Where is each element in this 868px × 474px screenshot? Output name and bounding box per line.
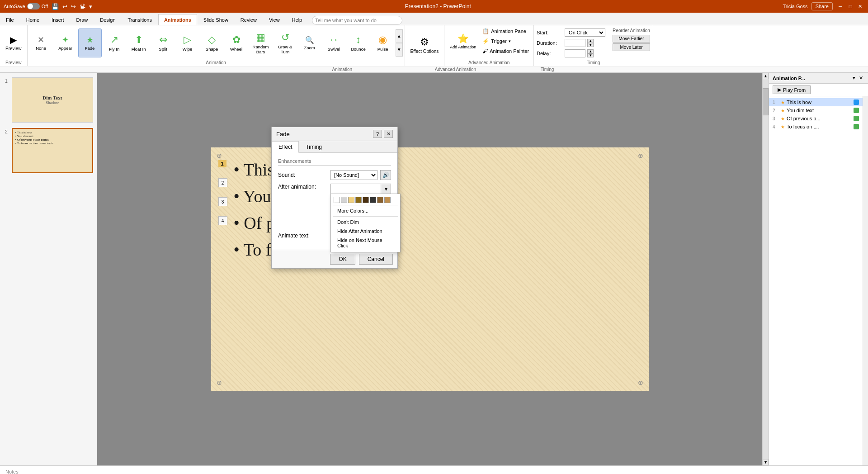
color-brown[interactable] — [355, 197, 362, 203]
play-from-button[interactable]: ▶ Play From — [773, 85, 811, 94]
dialog-tab-timing[interactable]: Timing — [299, 141, 329, 153]
scroll-down-button[interactable]: ▼ — [763, 459, 769, 465]
duration-input[interactable]: 00.50 — [565, 39, 585, 47]
cancel-button[interactable]: Cancel — [359, 254, 393, 265]
after-animation-select[interactable]: ▾ — [330, 184, 391, 194]
close-button[interactable]: ✕ — [856, 2, 864, 10]
ok-button[interactable]: OK — [330, 254, 355, 265]
save-icon[interactable]: 💾 — [51, 2, 60, 11]
anim-item-1[interactable]: 1 ★ This is how — [769, 98, 863, 106]
anim-appear-button[interactable]: ✦ Appear — [54, 28, 77, 57]
delay-down-button[interactable]: ▼ — [587, 53, 594, 57]
slide-2-preview[interactable]: • This is how • You dim text • Of previo… — [12, 128, 93, 173]
start-select[interactable]: On Click — [565, 28, 605, 37]
dont-dim-item[interactable]: Don't Dim — [333, 218, 398, 227]
anim-growturn-button[interactable]: ↺ Grow & Turn — [274, 28, 297, 57]
present-icon[interactable]: 📽 — [79, 2, 86, 11]
tab-animations[interactable]: Animations — [158, 14, 197, 25]
dialog-close-button[interactable]: ✕ — [384, 130, 393, 138]
anim-item-1-star: ★ — [781, 100, 785, 105]
trigger-button[interactable]: ⚡ Trigger ▾ — [481, 37, 531, 46]
add-animation-button[interactable]: ⭐ Add Animation — [447, 30, 479, 52]
color-goldbrown[interactable] — [384, 197, 391, 203]
tab-design[interactable]: Design — [94, 14, 121, 25]
anim-item-3[interactable]: 3 ★ Of previous b... — [769, 114, 863, 123]
anim-bounce-button[interactable]: ↕ Bounce — [347, 28, 370, 57]
scroll-up-button[interactable]: ▲ — [763, 73, 769, 79]
share-button[interactable]: Share — [811, 2, 833, 10]
anim-swivel-button[interactable]: ↔ Swivel — [322, 28, 346, 57]
sound-select[interactable]: [No Sound] — [330, 170, 377, 180]
anim-split-button[interactable]: ⇔ Split — [151, 28, 175, 57]
anim-wipe-button[interactable]: ▷ Wipe — [176, 28, 199, 57]
tab-transitions[interactable]: Transitions — [122, 14, 158, 25]
undo-icon[interactable]: ↩ — [61, 2, 68, 11]
floatin-icon: ⬆ — [135, 34, 143, 46]
tab-review[interactable]: Review — [235, 14, 263, 25]
color-darkgray[interactable] — [370, 197, 376, 203]
animation-pane-button[interactable]: 📋 Animation Pane — [481, 27, 531, 36]
anim-scroll-up[interactable]: ▲ — [396, 29, 403, 43]
dialog-tab-effect[interactable]: Effect — [272, 141, 299, 153]
hide-after-animation-item[interactable]: Hide After Animation — [333, 227, 398, 236]
anim-pane-expand[interactable]: ▾ — [851, 75, 857, 81]
shape-label: Shape — [206, 47, 218, 52]
anim-pulse-button[interactable]: ◉ Pulse — [371, 28, 395, 57]
anim-wheel-button[interactable]: ✿ Wheel — [225, 28, 248, 57]
canvas-scrollbar: ▲ ▼ — [762, 73, 769, 465]
anim-scroll-down[interactable]: ▼ — [396, 43, 403, 57]
minimize-button[interactable]: ─ — [836, 2, 844, 10]
title-bar: AutoSave Off 💾 ↩ ↪ 📽 ▾ Presentation2 - P… — [0, 0, 868, 13]
delay-input[interactable]: 00.00 — [565, 49, 585, 57]
redo-icon[interactable]: ↪ — [70, 2, 77, 11]
slide-thumb-1[interactable]: 1 Dim Text Shadow — [3, 76, 94, 123]
anim-flyin-button[interactable]: ↗ Fly In — [103, 28, 126, 57]
color-darkbrown[interactable] — [363, 197, 369, 203]
anim-none-button[interactable]: ✕ None — [29, 28, 53, 57]
anim-shape-button[interactable]: ◇ Shape — [200, 28, 224, 57]
dialog-help-button[interactable]: ? — [373, 130, 382, 138]
notes-label: Notes — [5, 469, 19, 474]
sound-row: Sound: [No Sound] 🔊 — [278, 170, 391, 180]
tab-insert[interactable]: Insert — [46, 14, 70, 25]
anim-item-2[interactable]: 2 ★ You dim text — [769, 106, 863, 114]
slide-thumb-2[interactable]: 2 • This is how • You dim text • Of prev… — [3, 127, 94, 174]
anim-pane-close[interactable]: ✕ — [858, 75, 864, 81]
after-animation-dropdown[interactable]: ▾ — [381, 184, 391, 194]
tab-draw[interactable]: Draw — [71, 14, 94, 25]
notes-bar: Notes — [0, 465, 868, 474]
tab-file[interactable]: File — [0, 14, 20, 25]
tab-view[interactable]: View — [263, 14, 286, 25]
delay-up-button[interactable]: ▲ — [587, 49, 594, 53]
appear-icon: ✦ — [62, 35, 69, 45]
duration-up-button[interactable]: ▲ — [587, 39, 594, 43]
color-medBrown[interactable] — [377, 197, 383, 203]
tab-home[interactable]: Home — [20, 14, 45, 25]
move-later-button[interactable]: Move Later — [613, 43, 650, 51]
pulse-label: Pulse — [377, 47, 388, 52]
duration-down-button[interactable]: ▼ — [587, 43, 594, 47]
anim-randombars-button[interactable]: ▦ Random Bars — [249, 28, 273, 57]
maximize-button[interactable]: □ — [846, 2, 854, 10]
anim-item-4[interactable]: 4 ★ To focus on t... — [769, 123, 863, 131]
more-icon[interactable]: ▾ — [88, 2, 93, 11]
autosave-toggle[interactable] — [27, 3, 40, 9]
animation-painter-button[interactable]: 🖌 Animation Painter — [481, 47, 531, 56]
scroll-thumb[interactable] — [763, 88, 769, 115]
anim-floatin-button[interactable]: ⬆ Float In — [127, 28, 151, 57]
tab-slideshow[interactable]: Slide Show — [198, 14, 234, 25]
more-colors-item[interactable]: More Colors... — [333, 206, 398, 215]
color-white[interactable] — [334, 197, 340, 203]
hide-on-next-click-item[interactable]: Hide on Next Mouse Click — [333, 236, 398, 250]
anim-zoom-button[interactable]: 🔍 Zoom — [298, 28, 321, 57]
color-tan[interactable] — [348, 197, 354, 203]
effect-options-button[interactable]: ⚙ Effect Options — [408, 31, 442, 60]
color-lightgray[interactable] — [341, 197, 347, 203]
preview-button[interactable]: ▶ Preview — [3, 28, 24, 57]
sound-speaker-button[interactable]: 🔊 — [380, 170, 391, 180]
search-input[interactable] — [312, 16, 402, 25]
slide-1-preview[interactable]: Dim Text Shadow — [12, 77, 93, 123]
tab-help[interactable]: Help — [286, 14, 308, 25]
move-earlier-button[interactable]: Move Earlier — [613, 35, 650, 43]
anim-fade-button[interactable]: ★ Fade — [78, 28, 102, 57]
